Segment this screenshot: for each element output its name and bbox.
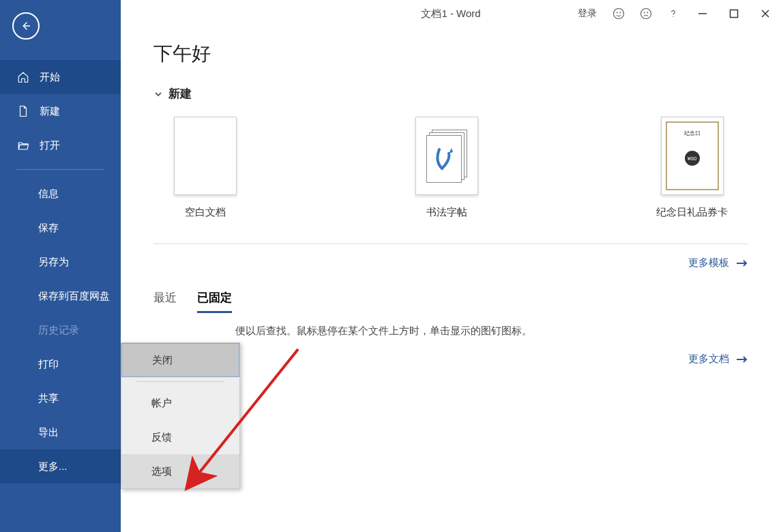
folder-open-icon: [16, 138, 30, 152]
sidebar-item-print[interactable]: 打印: [0, 347, 121, 381]
smile-icon[interactable]: [605, 0, 632, 27]
sidebar-item-label: 打开: [40, 139, 60, 152]
arrow-right-icon: [736, 355, 748, 364]
more-templates-label: 更多模板: [688, 256, 729, 269]
sidebar-item-label: 新建: [40, 105, 60, 118]
sidebar: 开始 新建 打开 信息 保存 另存为 保存到百度网盘 历史记录 打印 共享 导出…: [0, 0, 121, 532]
sidebar-item-label: 信息: [38, 188, 59, 201]
sidebar-item-more[interactable]: 更多...: [0, 449, 121, 484]
file-icon: [16, 104, 30, 118]
chevron-down-icon: [153, 89, 163, 99]
section-new-label: 新建: [168, 86, 192, 102]
back-button[interactable]: [12, 12, 40, 40]
sidebar-item-label: 历史记录: [38, 324, 79, 337]
svg-point-3: [641, 9, 651, 19]
popup-item-close[interactable]: 关闭: [121, 343, 239, 377]
close-icon[interactable]: [750, 0, 781, 27]
sidebar-item-label: 导出: [38, 426, 59, 439]
svg-point-5: [647, 12, 648, 13]
arrow-right-icon: [736, 259, 748, 267]
sidebar-item-export[interactable]: 导出: [0, 415, 121, 449]
popup-item-options[interactable]: 选项: [121, 454, 239, 488]
cert-title: 纪念日: [684, 130, 701, 137]
more-popup: 关闭 帐户 反馈 选项: [121, 342, 240, 489]
template-blank[interactable]: 空白文档: [174, 117, 237, 219]
svg-point-2: [620, 12, 621, 13]
sidebar-item-save-baidu[interactable]: 保存到百度网盘: [0, 279, 121, 313]
sidebar-item-label: 另存为: [38, 256, 69, 269]
tab-recent[interactable]: 最近: [153, 290, 177, 313]
template-calligraphy-thumb: [415, 117, 478, 195]
sidebar-item-label: 保存: [38, 222, 59, 235]
svg-point-4: [644, 12, 645, 13]
tab-pinned[interactable]: 已固定: [197, 290, 232, 313]
popup-item-feedback[interactable]: 反馈: [121, 420, 239, 454]
sidebar-item-start[interactable]: 开始: [0, 60, 121, 94]
sidebar-item-label: 共享: [38, 392, 59, 405]
maximize-icon[interactable]: [718, 0, 750, 27]
title-bar: 文档1 - Word 登录: [121, 0, 781, 27]
svg-point-0: [614, 9, 624, 19]
sidebar-item-share[interactable]: 共享: [0, 381, 121, 415]
more-docs-link[interactable]: 更多文档: [153, 353, 748, 366]
sidebar-item-info[interactable]: 信息: [0, 177, 121, 211]
sidebar-item-label: 打印: [38, 358, 59, 371]
svg-point-6: [673, 16, 673, 17]
template-certificate-thumb: 纪念日 ¥00: [661, 117, 724, 195]
svg-point-1: [617, 12, 617, 13]
section-new-toggle[interactable]: 新建: [153, 86, 748, 102]
minimize-icon[interactable]: [687, 0, 718, 27]
sidebar-item-label: 开始: [40, 71, 60, 84]
template-caption: 纪念日礼品券卡: [656, 206, 728, 219]
svg-rect-8: [731, 10, 738, 18]
sidebar-item-new[interactable]: 新建: [0, 94, 121, 128]
more-templates-link[interactable]: 更多模板: [153, 256, 748, 269]
login-link[interactable]: 登录: [570, 8, 605, 20]
template-gallery: 空白文档 书法字帖 纪念日 ¥00 纪念日礼品券卡: [174, 117, 728, 219]
cert-coin: ¥00: [685, 151, 700, 166]
sidebar-item-label: 更多...: [38, 460, 68, 473]
template-caption: 空白文档: [185, 206, 226, 219]
window-title: 文档1 - Word: [421, 8, 480, 20]
divider: [153, 243, 748, 244]
help-icon[interactable]: [660, 0, 687, 27]
doc-tabs: 最近 已固定: [153, 290, 748, 313]
sidebar-item-open[interactable]: 打开: [0, 128, 121, 162]
popup-item-account[interactable]: 帐户: [121, 386, 239, 420]
sidebar-item-label: 保存到百度网盘: [38, 290, 110, 303]
pinned-hint: 便以后查找。鼠标悬停在某个文件上方时，单击显示的图钉图标。: [153, 323, 748, 339]
title-bar-right: 登录: [570, 0, 781, 27]
sidebar-item-save[interactable]: 保存: [0, 211, 121, 245]
template-certificate[interactable]: 纪念日 ¥00 纪念日礼品券卡: [656, 117, 728, 219]
popup-separator: [136, 381, 224, 382]
more-docs-label: 更多文档: [688, 353, 729, 366]
sad-icon[interactable]: [632, 0, 660, 27]
sidebar-item-history: 历史记录: [0, 313, 121, 347]
sidebar-separator: [16, 169, 104, 170]
page-title: 下午好: [153, 41, 748, 67]
sidebar-item-saveas[interactable]: 另存为: [0, 245, 121, 279]
template-calligraphy[interactable]: 书法字帖: [415, 117, 478, 219]
template-blank-thumb: [174, 117, 237, 195]
home-icon: [16, 70, 30, 84]
template-caption: 书法字帖: [426, 206, 467, 219]
